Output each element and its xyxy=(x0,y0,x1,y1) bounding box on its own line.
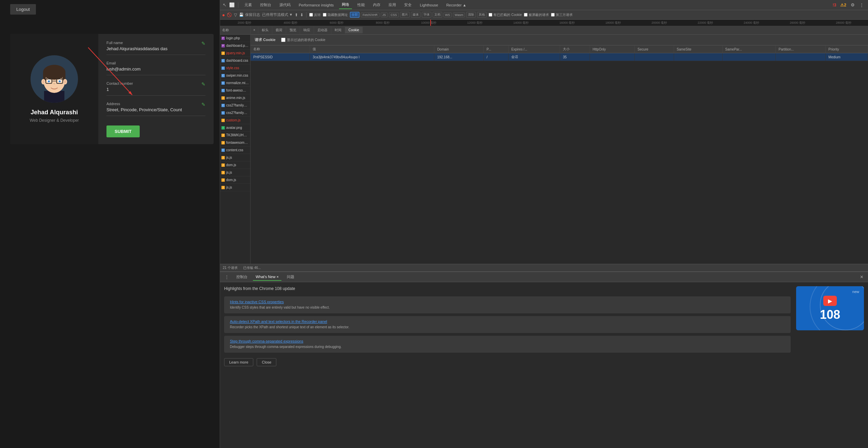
tab-network[interactable]: 网络 xyxy=(339,1,352,9)
submit-button[interactable]: SUBMIT xyxy=(106,125,140,137)
record-icon[interactable]: ● xyxy=(222,12,225,18)
third-party-checkbox[interactable] xyxy=(551,13,555,17)
col-value[interactable]: 值 xyxy=(310,45,434,53)
file-item-dashboard-php[interactable]: P dashboard.php1d... xyxy=(220,42,250,50)
chip-css[interactable]: CSS xyxy=(389,13,399,17)
hide-urls-checkbox[interactable] xyxy=(323,13,327,17)
file-item-dom1[interactable]: J dom.js xyxy=(220,161,250,169)
file-item-js3[interactable]: J js.js xyxy=(220,184,250,191)
chip-media[interactable]: 媒体 xyxy=(411,12,420,18)
devtools-icon-cursor[interactable]: ↖ xyxy=(223,2,226,7)
col-partition[interactable]: Partition... xyxy=(776,45,826,53)
tab-whats-new[interactable]: What's New × xyxy=(253,273,281,281)
chip-img[interactable]: 图片 xyxy=(400,12,410,18)
reverse-checkbox[interactable] xyxy=(309,13,313,17)
file-item-avatar[interactable]: I avatar.png xyxy=(220,124,250,132)
clear-icon[interactable]: 🚫 xyxy=(227,13,232,17)
file-item-css2-patta[interactable]: C css2?family=Patta... xyxy=(220,109,250,117)
chip-fetch[interactable]: Fetch/XHR xyxy=(361,13,379,17)
file-item-dashboard-css[interactable]: C dashboard.css xyxy=(220,57,250,64)
col-domain[interactable]: Domain xyxy=(434,45,484,53)
show-filtered-label[interactable]: 显示过滤的请求的 Cookie xyxy=(281,38,326,42)
save-icon[interactable]: 💾 保留日志 xyxy=(239,12,260,17)
tab-application[interactable]: 应用 xyxy=(386,1,399,9)
file-item-js2[interactable]: J js.js xyxy=(220,169,250,176)
subtab-headers[interactable]: 标头 xyxy=(258,26,272,34)
subtab-payload[interactable]: 载荷 xyxy=(272,26,286,34)
cookie-table-container[interactable]: 名称 值 Domain P... Expires /... 大小 HttpOnl… xyxy=(251,45,868,264)
learn-more-button[interactable]: Learn more xyxy=(224,358,253,366)
file-item-css2-odib[interactable]: C css2?family=Odib... xyxy=(220,102,250,109)
file-list-body[interactable]: P login.php P dashboard.php1d... J jquer… xyxy=(220,35,250,264)
more-icon[interactable]: ⋮ xyxy=(858,2,865,8)
blocked-requests-label[interactable]: 被屏蔽的请求 xyxy=(524,13,549,17)
close-button[interactable]: Close xyxy=(257,358,276,366)
devtools-icon-mobile[interactable]: ⬜ xyxy=(229,2,235,7)
contact-edit-icon[interactable]: ✎ xyxy=(201,81,205,87)
file-item-swiper[interactable]: C swiper.min.css xyxy=(220,72,250,79)
drawer-menu-icon[interactable]: ⋮ xyxy=(223,275,231,279)
reverse-checkbox-label[interactable]: 反转 xyxy=(309,13,321,17)
chip-js[interactable]: JS xyxy=(381,13,388,17)
file-item-custom-js[interactable]: J custom.js xyxy=(220,117,250,124)
col-name[interactable]: 名称 xyxy=(251,45,310,53)
chip-all[interactable]: 全部 xyxy=(350,12,359,18)
file-item-style[interactable]: C style.css xyxy=(220,64,250,72)
subtab-cookie[interactable]: Cookie xyxy=(345,27,363,33)
tab-sources[interactable]: 源代码 xyxy=(277,1,293,9)
tab-memory[interactable]: 内存 xyxy=(370,1,383,9)
file-item-fontawesome[interactable]: C font-awesome.min... xyxy=(220,87,250,94)
feature-2-title[interactable]: Auto-detect XPath and text selectors in … xyxy=(230,319,786,324)
subtab-initiator[interactable]: 启动器 xyxy=(314,26,331,34)
chip-clean[interactable]: 清除 xyxy=(466,12,476,18)
address-edit-icon[interactable]: ✎ xyxy=(201,102,205,107)
feature-3-title[interactable]: Step through comma-separated expressions xyxy=(230,339,786,343)
tab-console[interactable]: 控制台 xyxy=(257,1,274,9)
col-size[interactable]: 大小 xyxy=(560,45,590,53)
blocked-cookies-label[interactable]: 有已拦截的 Cookie xyxy=(489,13,522,17)
blocked-cookies-checkbox[interactable] xyxy=(489,13,492,17)
drawer-close-icon[interactable]: × xyxy=(858,273,865,281)
file-item-js1[interactable]: J js.js xyxy=(220,154,250,161)
logout-button[interactable]: Logout xyxy=(10,4,36,15)
chip-other[interactable]: 其他 xyxy=(477,12,487,18)
file-item-anime[interactable]: J anime.min.js xyxy=(220,94,250,102)
third-party-label[interactable]: 第三方请求 xyxy=(551,13,573,17)
chip-wasm[interactable]: Wasm xyxy=(453,13,465,17)
col-priority[interactable]: Priority xyxy=(826,45,868,53)
tab-performance[interactable]: 性能 xyxy=(355,1,368,9)
file-item-normalize[interactable]: C normalize.min.css xyxy=(220,79,250,87)
col-secure[interactable]: Secure xyxy=(635,45,674,53)
download-icon[interactable]: ⬇ xyxy=(300,13,303,17)
chip-doc[interactable]: 文档 xyxy=(433,12,442,18)
subtab-close[interactable]: × xyxy=(251,27,258,33)
col-httponly[interactable]: HttpOnly xyxy=(590,45,635,53)
col-sameparty[interactable]: SamePar... xyxy=(722,45,776,53)
tab-lighthouse[interactable]: Lighthouse xyxy=(417,2,441,8)
file-item-tk3[interactable]: J TK3lWKUHHAijg75... xyxy=(220,132,250,139)
file-item-dom2[interactable]: J dom.js xyxy=(220,176,250,184)
settings-icon[interactable]: ⚙ xyxy=(849,2,856,8)
tab-performance-insights[interactable]: Performance insights xyxy=(296,2,336,8)
subtab-response[interactable]: 响应 xyxy=(300,26,314,34)
hide-urls-label[interactable]: 隐藏数据网址 xyxy=(323,13,348,17)
chip-font[interactable]: 字体 xyxy=(422,12,431,18)
filter-icon[interactable]: ▽ xyxy=(234,13,237,17)
feature-1-title[interactable]: Hints for inactive CSS properties xyxy=(230,300,786,304)
subtab-preview[interactable]: 预览 xyxy=(286,26,300,34)
chip-ws[interactable]: WS xyxy=(443,13,452,17)
file-item-fontawesome-web[interactable]: J fontawesome-web... xyxy=(220,139,250,147)
show-filtered-checkbox[interactable] xyxy=(281,38,285,42)
file-item-login[interactable]: P login.php xyxy=(220,35,250,42)
tab-console-drawer[interactable]: 控制台 xyxy=(234,273,250,281)
tab-security[interactable]: 安全 xyxy=(401,1,414,9)
full-name-edit-icon[interactable]: ✎ xyxy=(201,41,205,46)
col-path[interactable]: P... xyxy=(484,45,509,53)
tab-recorder[interactable]: Recorder ▲ xyxy=(443,2,469,8)
subtab-timing[interactable]: 时间 xyxy=(331,26,345,34)
file-item-content-css[interactable]: C content.css xyxy=(220,147,250,154)
tab-issues[interactable]: 问题 xyxy=(284,273,297,281)
blocked-requests-checkbox[interactable] xyxy=(524,13,528,17)
col-samesite[interactable]: SameSite xyxy=(674,45,722,53)
cookie-row[interactable]: PHPSESSID 3ca3jbi4mk3749bv84uu4supo l 19… xyxy=(251,53,868,61)
